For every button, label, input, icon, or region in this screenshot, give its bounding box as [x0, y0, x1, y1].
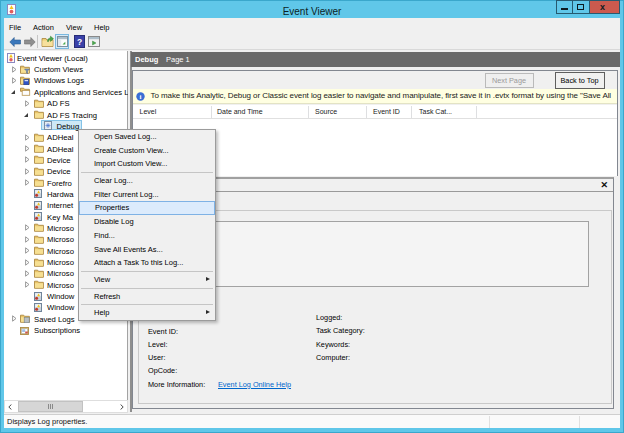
svg-text:i: i — [139, 93, 141, 101]
